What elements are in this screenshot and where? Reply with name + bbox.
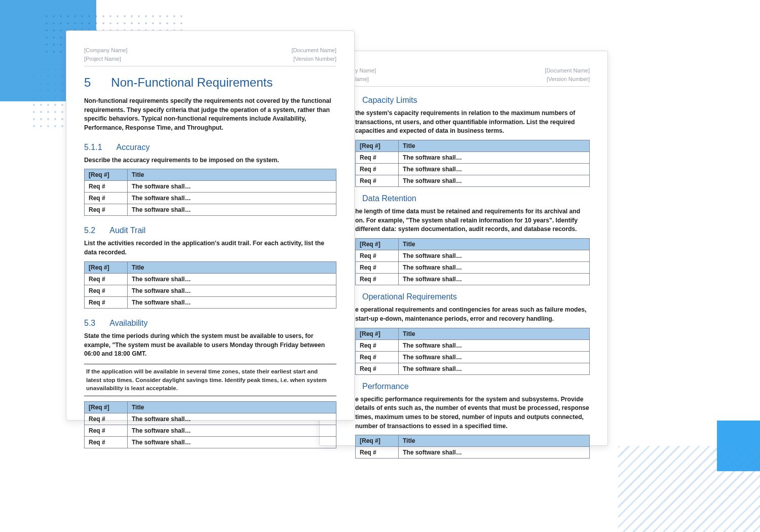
col-header-req: [Req #] bbox=[356, 435, 399, 447]
section-number: 5.3 bbox=[84, 319, 95, 328]
cell-req-id: Req # bbox=[85, 273, 128, 285]
table-row: Req #The software shall… bbox=[356, 175, 590, 187]
header-document: [Document Name] bbox=[291, 46, 336, 55]
section-note: If the application will be available in … bbox=[84, 364, 336, 396]
col-header-title: Title bbox=[128, 401, 336, 413]
cell-req-title: The software shall… bbox=[399, 447, 590, 459]
cell-req-id: Req # bbox=[85, 413, 128, 425]
cell-req-id: Req # bbox=[356, 152, 399, 164]
cell-req-title: The software shall… bbox=[128, 193, 336, 204]
cell-req-id: Req # bbox=[85, 436, 128, 448]
section-heading: 5.3Availability bbox=[84, 319, 336, 328]
requirements-table: [Req #]TitleReq #The software shall…Req … bbox=[84, 169, 336, 216]
col-header-req: [Req #] bbox=[85, 401, 128, 413]
table-row: Req #The software shall… bbox=[85, 273, 336, 285]
cell-req-title: The software shall… bbox=[399, 250, 590, 262]
cell-req-title: The software shall… bbox=[128, 181, 336, 193]
cell-req-id: Req # bbox=[85, 296, 128, 308]
requirements-table: [Req #]TitleReq #The software shall…Req … bbox=[84, 401, 336, 448]
section-body: e operational requirements and contingen… bbox=[355, 306, 590, 323]
header-company: y Name] bbox=[355, 66, 376, 75]
table-row: Req #The software shall… bbox=[356, 250, 590, 262]
section-body: State the time periods during which the … bbox=[84, 332, 336, 359]
cell-req-title: The software shall… bbox=[399, 152, 590, 164]
table-row: Req #The software shall… bbox=[356, 447, 590, 459]
cell-req-title: The software shall… bbox=[399, 164, 590, 175]
section-body: e specific performance requirements for … bbox=[355, 395, 590, 431]
cell-req-title: The software shall… bbox=[399, 262, 590, 274]
cell-req-title: The software shall… bbox=[399, 175, 590, 187]
table-row: Req #The software shall… bbox=[85, 296, 336, 308]
table-row: Req #The software shall… bbox=[85, 193, 336, 204]
cell-req-id: Req # bbox=[356, 351, 399, 363]
cell-req-id: Req # bbox=[85, 285, 128, 296]
table-header-row: [Req #]Title bbox=[356, 328, 590, 339]
cell-req-id: Req # bbox=[85, 193, 128, 204]
table-header-row: [Req #]Title bbox=[356, 140, 590, 152]
section-heading: Data Retention bbox=[362, 194, 590, 203]
col-header-req: [Req #] bbox=[356, 239, 399, 250]
col-header-title: Title bbox=[399, 140, 590, 152]
cell-req-id: Req # bbox=[85, 425, 128, 436]
document-page-2: y Name] lame] [Document Name] [Version N… bbox=[319, 51, 608, 446]
cell-req-title: The software shall… bbox=[128, 425, 336, 436]
cell-req-id: Req # bbox=[356, 447, 399, 459]
table-row: Req #The software shall… bbox=[356, 152, 590, 164]
cell-req-title: The software shall… bbox=[128, 285, 336, 296]
page-header: y Name] lame] [Document Name] [Version N… bbox=[355, 66, 590, 87]
col-header-req: [Req #] bbox=[85, 169, 128, 181]
section-body: List the activities recorded in the appl… bbox=[84, 239, 336, 257]
section-title: Accuracy bbox=[117, 143, 150, 152]
requirements-table: [Req #]TitleReq #The software shall…Req … bbox=[84, 261, 336, 309]
table-header-row: [Req #]Title bbox=[356, 239, 590, 250]
cell-req-id: Req # bbox=[356, 250, 399, 262]
cell-req-title: The software shall… bbox=[399, 351, 590, 363]
requirements-table: [Req #]TitleReq #The software shall…Req … bbox=[355, 328, 590, 375]
section-body: the system's capacity requirements in re… bbox=[355, 109, 590, 136]
section-body: he length of time data must be retained … bbox=[355, 207, 590, 234]
table-row: Req #The software shall… bbox=[356, 274, 590, 285]
cell-req-id: Req # bbox=[356, 164, 399, 175]
chapter-heading: 5 Non-Functional Requirements bbox=[84, 75, 336, 90]
chapter-title: Non-Functional Requirements bbox=[111, 75, 273, 90]
table-header-row: [Req #]Title bbox=[356, 435, 590, 447]
col-header-title: Title bbox=[128, 169, 336, 181]
table-row: Req #The software shall… bbox=[85, 436, 336, 448]
cell-req-id: Req # bbox=[356, 274, 399, 285]
cell-req-title: The software shall… bbox=[128, 413, 336, 425]
cell-req-title: The software shall… bbox=[399, 363, 590, 374]
table-row: Req #The software shall… bbox=[356, 164, 590, 175]
requirements-table: [Req #]TitleReq #The software shall…Req … bbox=[355, 140, 590, 187]
table-row: Req #The software shall… bbox=[85, 285, 336, 296]
col-header-title: Title bbox=[399, 239, 590, 250]
cell-req-title: The software shall… bbox=[399, 339, 590, 351]
section-body: Describe the accuracy requirements to be… bbox=[84, 156, 336, 165]
cell-req-id: Req # bbox=[356, 339, 399, 351]
col-header-title: Title bbox=[399, 328, 590, 339]
cell-req-id: Req # bbox=[85, 204, 128, 216]
table-row: Req #The software shall… bbox=[85, 181, 336, 193]
chapter-number: 5 bbox=[84, 75, 91, 90]
header-project: lame] bbox=[355, 75, 376, 84]
header-project: [Project Name] bbox=[84, 55, 128, 63]
header-company: [Company Name] bbox=[84, 46, 128, 55]
table-header-row: [Req #]Title bbox=[85, 261, 336, 273]
section-title: Audit Trail bbox=[109, 226, 145, 235]
cell-req-title: The software shall… bbox=[128, 296, 336, 308]
cell-req-id: Req # bbox=[356, 363, 399, 374]
header-version: [Version Number] bbox=[545, 75, 590, 84]
table-row: Req #The software shall… bbox=[85, 425, 336, 436]
table-header-row: [Req #]Title bbox=[85, 401, 336, 413]
section-number: 5.1.1 bbox=[84, 143, 102, 152]
cell-req-id: Req # bbox=[356, 175, 399, 187]
section-heading: Operational Requirements bbox=[362, 292, 590, 301]
section-heading: Performance bbox=[362, 382, 590, 391]
cell-req-title: The software shall… bbox=[128, 204, 336, 216]
header-version: [Version Number] bbox=[291, 55, 336, 63]
table-row: Req #The software shall… bbox=[356, 262, 590, 274]
table-header-row: [Req #]Title bbox=[85, 169, 336, 181]
col-header-title: Title bbox=[128, 261, 336, 273]
chapter-intro: Non-functional requirements specify the … bbox=[84, 97, 336, 133]
table-row: Req #The software shall… bbox=[356, 339, 590, 351]
col-header-req: [Req #] bbox=[356, 140, 399, 152]
